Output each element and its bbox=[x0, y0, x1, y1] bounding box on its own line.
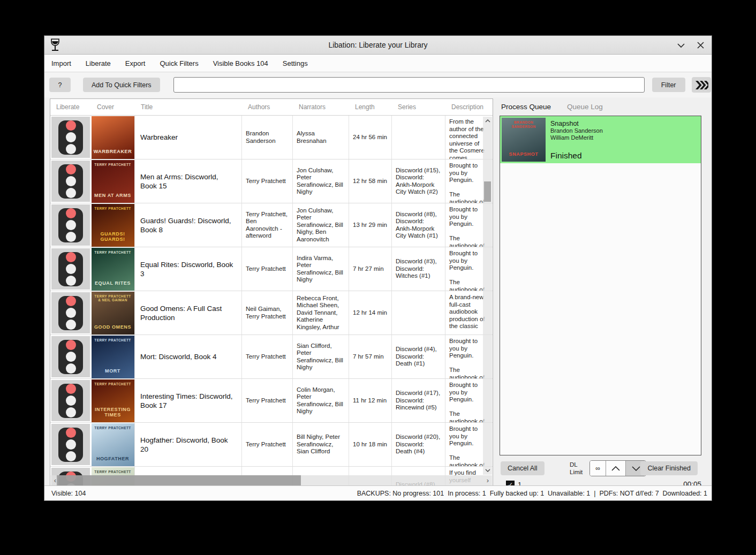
book-cover: TERRY PRATCHETT MORT bbox=[92, 336, 134, 378]
column-header-liberate[interactable]: Liberate bbox=[50, 103, 91, 111]
queue-list: BRANDON SANDERSON SNAPSHOT Snapshot Bran… bbox=[500, 116, 701, 455]
menubar: Import Liberate Export Quick Filters Vis… bbox=[44, 55, 712, 72]
cover-cell: TERRY PRATCHETT MORT bbox=[91, 335, 135, 378]
vertical-scrollbar[interactable] bbox=[483, 117, 492, 475]
liberate-cell[interactable] bbox=[50, 291, 91, 334]
help-button[interactable]: ? bbox=[49, 78, 71, 92]
fast-forward-icon[interactable] bbox=[692, 77, 711, 93]
liberate-cell[interactable] bbox=[50, 203, 91, 247]
title-cell: Men at Arms: Discworld, Book 15 bbox=[135, 159, 242, 203]
table-row[interactable]: TERRY PRATCHETT MORT Mort: Discworld, Bo… bbox=[50, 335, 493, 379]
table-header-row: Liberate Cover Title Authors Narrators L… bbox=[50, 99, 493, 116]
book-cover: TERRY PRATCHETT & NEIL GAIMAN GOOD OMENS bbox=[92, 292, 134, 334]
series-cell: Discworld (#20), Discworld: Death (#4) bbox=[392, 423, 445, 466]
queue-item-author: Brandon Sanderson bbox=[550, 127, 603, 134]
tab-process-queue[interactable]: Process Queue bbox=[501, 103, 551, 111]
book-cover: TERRY PRATCHETT HOGFATHER bbox=[92, 423, 134, 466]
dl-limit-value[interactable]: ∞ bbox=[590, 461, 606, 476]
series-cell: Discworld (#3), Discworld: Witches (#1) bbox=[392, 247, 445, 291]
traffic-light-icon bbox=[58, 164, 83, 199]
table-row[interactable]: TERRY PRATCHETT EQUAL RITES Equal Rites:… bbox=[50, 247, 493, 291]
series-cell bbox=[392, 291, 445, 334]
column-header-authors[interactable]: Authors bbox=[242, 103, 293, 111]
traffic-light-icon bbox=[58, 296, 83, 330]
book-cover: TERRY PRATCHETT GUARDS! GUARDS! bbox=[92, 204, 134, 247]
vertical-scrollbar-thumb[interactable] bbox=[484, 181, 491, 202]
length-cell: 12 hr 58 min bbox=[349, 159, 392, 203]
menu-liberate[interactable]: Liberate bbox=[86, 56, 111, 71]
process-queue-panel: Process Queue Queue Log BRANDON SANDERSO… bbox=[496, 98, 707, 486]
title-cell: Mort: Discworld, Book 4 bbox=[135, 335, 242, 378]
liberate-cell[interactable] bbox=[50, 335, 91, 378]
cancel-all-button[interactable]: Cancel All bbox=[501, 461, 545, 475]
search-input[interactable] bbox=[173, 77, 645, 93]
queue-item-title: Snapshot bbox=[550, 120, 603, 127]
window-title: Libation: Liberate your Library bbox=[44, 41, 712, 49]
series-cell: Discworld (#15), Discworld: Ankh-Morpork… bbox=[392, 159, 445, 203]
book-cover: TERRY PRATCHETT EQUAL RITES bbox=[92, 248, 134, 291]
narrators-cell: Jon Culshaw, Peter Serafinowicz, Bill Ni… bbox=[293, 203, 349, 247]
table-body: WARBREAKER Warbreaker Brandon Sanderson … bbox=[50, 116, 493, 486]
column-header-title[interactable]: Title bbox=[135, 103, 242, 111]
liberate-cell[interactable] bbox=[50, 423, 91, 466]
authors-cell: Terry Pratchett bbox=[242, 335, 293, 378]
liberate-cell[interactable] bbox=[50, 247, 91, 291]
liberate-cell[interactable] bbox=[50, 159, 91, 203]
horizontal-scrollbar-thumb[interactable] bbox=[57, 475, 301, 485]
length-cell: 7 hr 57 min bbox=[349, 335, 392, 378]
column-header-length[interactable]: Length bbox=[349, 103, 392, 111]
table-row[interactable]: WARBREAKER Warbreaker Brandon Sanderson … bbox=[50, 116, 493, 159]
column-header-description[interactable]: Description bbox=[445, 103, 493, 111]
column-header-series[interactable]: Series bbox=[392, 103, 445, 111]
titlebar: Libation: Liberate your Library bbox=[44, 36, 712, 55]
length-cell: 13 hr 29 min bbox=[349, 203, 392, 247]
cover-cell: TERRY PRATCHETT GUARDS! GUARDS! bbox=[91, 203, 135, 247]
tab-queue-log[interactable]: Queue Log bbox=[567, 103, 603, 111]
queue-item-cover: BRANDON SANDERSON SNAPSHOT bbox=[502, 118, 546, 162]
liberate-cell[interactable] bbox=[50, 116, 91, 159]
column-header-cover[interactable]: Cover bbox=[91, 103, 135, 111]
narrators-cell: Alyssa Bresnahan bbox=[293, 116, 349, 159]
title-cell: Interesting Times: Discworld, Book 17 bbox=[135, 379, 242, 422]
cover-cell: WARBREAKER bbox=[91, 116, 135, 159]
menu-import[interactable]: Import bbox=[51, 56, 71, 71]
authors-cell: Neil Gaiman, Terry Pratchett bbox=[242, 291, 293, 334]
narrators-cell: Colin Morgan, Peter Serafinowicz, Bill N… bbox=[293, 379, 349, 422]
spinner-up-icon[interactable] bbox=[606, 461, 626, 476]
length-cell: 11 hr 12 min bbox=[349, 379, 392, 422]
table-row[interactable]: TERRY PRATCHETT HOGFATHER Hogfather: Dis… bbox=[50, 423, 493, 467]
table-row[interactable]: TERRY PRATCHETT & NEIL GAIMAN GOOD OMENS… bbox=[50, 291, 493, 335]
narrators-cell: Rebecca Front, Michael Sheen, David Tenn… bbox=[293, 291, 349, 334]
column-header-narrators[interactable]: Narrators bbox=[293, 103, 349, 111]
authors-cell: Terry Pratchett bbox=[242, 379, 293, 422]
table-row[interactable]: TERRY PRATCHETT GUARDS! GUARDS! Guards! … bbox=[50, 203, 493, 247]
cover-cell: TERRY PRATCHETT MEN AT ARMS bbox=[91, 159, 135, 203]
menu-settings[interactable]: Settings bbox=[283, 56, 308, 71]
book-cover: TERRY PRATCHETT INTERESTING TIMES bbox=[92, 379, 134, 422]
clear-finished-button[interactable]: Clear Finished bbox=[640, 461, 698, 475]
scroll-up-icon[interactable] bbox=[483, 117, 492, 125]
table-row[interactable]: TERRY PRATCHETT INTERESTING TIMES Intere… bbox=[50, 379, 493, 423]
series-cell: Discworld (#17), Discworld: Rincewind (#… bbox=[392, 379, 445, 422]
menu-visible-books[interactable]: Visible Books 104 bbox=[213, 56, 268, 71]
book-cover: TERRY PRATCHETT MEN AT ARMS bbox=[92, 160, 134, 203]
close-icon[interactable] bbox=[694, 40, 706, 51]
queue-tabs: Process Queue Queue Log bbox=[496, 98, 707, 115]
queue-item[interactable]: BRANDON SANDERSON SNAPSHOT Snapshot Bran… bbox=[500, 116, 701, 163]
table-row[interactable]: TERRY PRATCHETT MEN AT ARMS Men at Arms:… bbox=[50, 159, 493, 203]
filter-button[interactable]: Filter bbox=[652, 78, 685, 92]
menu-export[interactable]: Export bbox=[125, 56, 146, 71]
scroll-down-icon[interactable] bbox=[483, 466, 492, 475]
scroll-right-icon[interactable]: › bbox=[483, 476, 492, 484]
queue-controls: Cancel All DL Limit ∞ Clear Finished bbox=[496, 460, 707, 477]
title-cell: Hogfather: Discworld, Book 20 bbox=[135, 423, 242, 466]
menu-quick-filters[interactable]: Quick Filters bbox=[160, 56, 198, 71]
horizontal-scrollbar[interactable]: ‹ › bbox=[51, 475, 492, 485]
liberate-cell[interactable] bbox=[50, 379, 91, 422]
add-to-quick-filters-button[interactable]: Add To Quick Filters bbox=[83, 78, 160, 92]
title-cell: Equal Rites: Discworld, Book 3 bbox=[135, 247, 242, 291]
minimize-chevron-icon[interactable] bbox=[675, 40, 687, 51]
cover-cell: TERRY PRATCHETT HOGFATHER bbox=[91, 423, 135, 466]
queue-item-status: Finished bbox=[550, 151, 603, 161]
statusbar: Visible: 104 BACKUPS: No progress: 101 I… bbox=[44, 485, 712, 500]
